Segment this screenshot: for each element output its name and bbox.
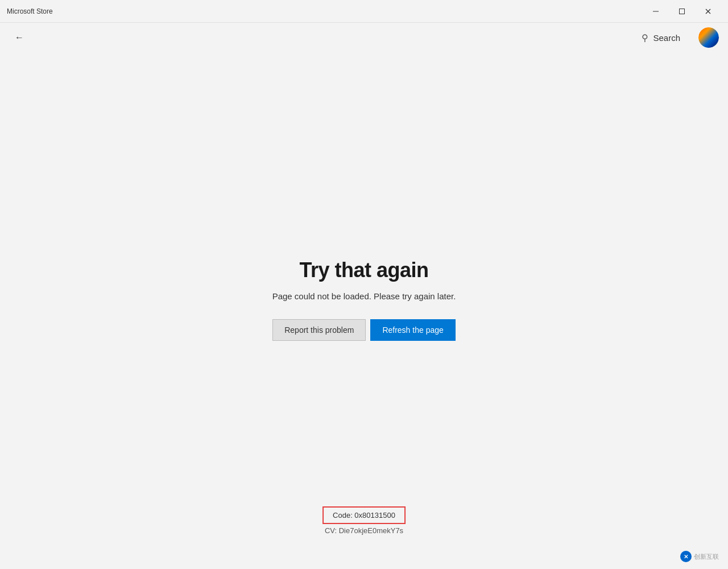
back-icon: ← — [15, 32, 24, 43]
error-subtitle: Page could not be loaded. Please try aga… — [272, 291, 456, 301]
error-title: Try that again — [299, 258, 428, 282]
avatar-image — [698, 27, 719, 48]
nav-bar: ← ⚲ Search — [0, 23, 728, 52]
watermark: ✕ 创新互联 — [680, 551, 719, 562]
search-label: Search — [653, 33, 680, 43]
title-bar: Microsoft Store — [0, 0, 728, 23]
search-bar[interactable]: ⚲ Search — [632, 28, 689, 48]
minimize-button[interactable] — [643, 0, 669, 23]
back-button[interactable]: ← — [9, 27, 30, 48]
error-code: Code: 0x80131500 — [333, 511, 395, 519]
error-cv: CV: Die7okjeE0mekY7s — [325, 526, 403, 535]
title-bar-left: Microsoft Store — [7, 7, 53, 15]
refresh-page-button[interactable]: Refresh the page — [370, 319, 455, 341]
close-button[interactable] — [695, 0, 721, 23]
svg-rect-1 — [680, 9, 685, 14]
error-code-container: Code: 0x80131500 CV: Die7okjeE0mekY7s — [322, 506, 406, 535]
search-icon: ⚲ — [642, 32, 648, 43]
error-code-box: Code: 0x80131500 — [322, 506, 406, 524]
watermark-icon: ✕ — [680, 551, 692, 562]
watermark-text: 创新互联 — [694, 552, 719, 561]
error-container: Try that again Page could not be loaded.… — [272, 258, 456, 341]
report-problem-button[interactable]: Report this problem — [272, 319, 366, 341]
title-bar-controls — [643, 0, 721, 23]
user-avatar[interactable] — [698, 27, 719, 48]
app-title: Microsoft Store — [7, 7, 53, 15]
main-content: Try that again Page could not be loaded.… — [0, 52, 728, 569]
svg-rect-0 — [653, 11, 659, 11]
maximize-button[interactable] — [669, 0, 695, 23]
error-buttons: Report this problem Refresh the page — [272, 319, 456, 341]
